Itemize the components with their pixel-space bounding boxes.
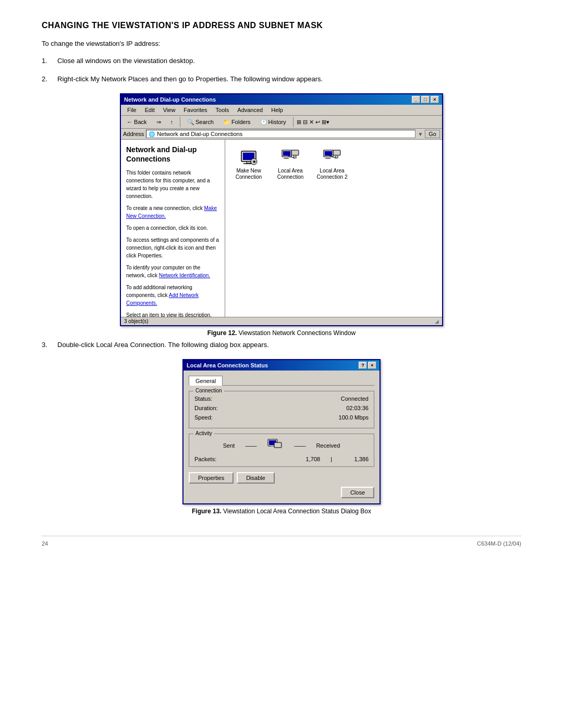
address-label: Address	[123, 131, 144, 137]
duration-row: Duration: 02:03:36	[194, 405, 369, 411]
duration-value: 02:03:36	[346, 405, 369, 411]
dialog-btn-row: Properties Disable	[189, 472, 374, 484]
step-1: 1. Close all windows on the viewstation …	[42, 57, 521, 65]
packets-row: Packets: 1,708 | 1,386	[194, 456, 369, 462]
activity-icon	[267, 438, 284, 453]
page-footer: 24 C634M-D (12/04)	[42, 536, 521, 547]
connection-group-label: Connection	[193, 388, 224, 393]
history-icon: 🕐	[260, 119, 267, 126]
local-area-connection-2-icon[interactable]: Local AreaConnection 2	[314, 145, 350, 182]
network-identification-link[interactable]: Network Identification.	[159, 273, 210, 278]
maximize-button[interactable]: □	[421, 96, 430, 103]
step-2-text: Right-click My Network Places and then g…	[57, 75, 521, 83]
intro-text: To change the viewstation's IP address:	[42, 40, 521, 47]
dialog-title: Local Area Connection Status	[187, 362, 268, 368]
up-button[interactable]: ↑	[167, 117, 177, 127]
back-button[interactable]: ← Back	[123, 117, 151, 127]
status-value: Connected	[341, 396, 369, 402]
address-input[interactable]: 🌐 Network and Dial-up Connections	[146, 130, 415, 138]
history-button[interactable]: 🕐 History	[256, 117, 290, 127]
received-label: Received	[316, 442, 340, 449]
forward-button[interactable]: ⇒	[153, 117, 165, 127]
figure-13-caption-text: Viewstation Local Area Connection Status…	[223, 508, 371, 515]
sent-label: Sent	[223, 442, 235, 449]
local-area-connection-dialog: Local Area Connection Status ? × General…	[182, 359, 381, 504]
address-dropdown-arrow[interactable]: ▼	[418, 131, 423, 137]
menu-edit[interactable]: Edit	[141, 106, 159, 114]
dialog-titlebar: Local Area Connection Status ? ×	[183, 360, 380, 371]
activity-group-label: Activity	[193, 430, 214, 436]
svg-rect-22	[337, 155, 338, 158]
step-1-text: Close all windows on the viewstation des…	[57, 57, 521, 65]
minimize-button[interactable]: _	[412, 96, 420, 103]
go-button[interactable]: Go	[425, 130, 440, 138]
svg-rect-26	[271, 446, 273, 447]
disable-button[interactable]: Disable	[237, 472, 275, 484]
svg-rect-7	[283, 151, 290, 156]
figure-13-caption-prefix: Figure 13.	[192, 508, 222, 515]
sidebar-text-1: This folder contains network connections…	[126, 169, 219, 200]
folders-button[interactable]: 📁 Folders	[219, 117, 254, 127]
titlebar-controls[interactable]: _ □ ×	[412, 96, 439, 103]
menu-advanced[interactable]: Advanced	[233, 106, 267, 114]
connection-group: Connection Status: Connected Duration: 0…	[189, 391, 374, 428]
footer-doc-id: C634M-D (12/04)	[477, 540, 521, 547]
dialog-close-button[interactable]: ×	[368, 362, 376, 369]
local-area-connection-label: Local AreaConnection	[277, 168, 304, 180]
explorer-address-bar: Address 🌐 Network and Dial-up Connection…	[121, 129, 442, 140]
step-3-text: Double-click Local Area Connection. The …	[57, 341, 521, 349]
menu-file[interactable]: File	[123, 106, 141, 114]
svg-rect-13	[295, 155, 297, 158]
explorer-titlebar: Network and Dial-up Connections _ □ ×	[121, 94, 442, 105]
figure-12-caption: Figure 12. Viewstation Network Connectio…	[207, 329, 356, 337]
menu-help[interactable]: Help	[267, 106, 287, 114]
explorer-menubar: File Edit View Favorites Tools Advanced …	[121, 105, 442, 116]
packets-label: Packets:	[194, 456, 216, 462]
search-icon: 🔍	[187, 119, 194, 126]
packets-values: 1,708 | 1,386	[289, 456, 369, 462]
footer-page-num: 24	[42, 540, 48, 547]
properties-button[interactable]: Properties	[189, 472, 234, 484]
step-3: 3. Double-click Local Area Connection. T…	[42, 341, 521, 349]
status-text: 3 object(s)	[124, 318, 149, 324]
local-area-connection-icon[interactable]: Local AreaConnection	[272, 145, 309, 182]
activity-icons-area: Sent —— —— Received	[194, 438, 369, 453]
tab-general[interactable]: General	[189, 376, 223, 386]
svg-rect-16	[325, 151, 332, 156]
make-new-connection-link[interactable]: Make New Connection.	[126, 205, 217, 219]
dialog-controls[interactable]: ? ×	[359, 362, 376, 369]
add-network-components-link[interactable]: Add Network Components.	[126, 292, 199, 306]
folders-icon: 📁	[223, 119, 230, 126]
make-new-connection-icon[interactable]: ★ Make NewConnection	[230, 145, 267, 182]
step-1-num: 1.	[42, 57, 57, 65]
close-dialog-button[interactable]: Close	[341, 487, 374, 498]
figure-13-caption: Figure 13. Viewstation Local Area Connec…	[192, 508, 371, 515]
sidebar-text-2: To create a new connection, click Make N…	[126, 204, 219, 220]
menu-tools[interactable]: Tools	[212, 106, 234, 114]
make-new-connection-label: Make NewConnection	[236, 168, 262, 180]
address-icon: 🌐	[149, 131, 155, 137]
wizard-icon-svg: ★	[238, 147, 259, 168]
menu-view[interactable]: View	[159, 106, 180, 114]
svg-rect-11	[292, 151, 298, 154]
figure-12-caption-text: Viewstation Network Connections Window	[239, 329, 356, 337]
sidebar-title: Network and Dial-up Connections	[126, 145, 219, 164]
speed-label: Speed:	[194, 414, 213, 421]
svg-rect-28	[275, 443, 280, 447]
address-value: Network and Dial-up Connections	[157, 131, 242, 137]
dialog-help-button[interactable]: ?	[359, 362, 367, 369]
toolbar-extra-icons: ⊞ ⊟ ✕ ↩ ⊞▾	[297, 119, 329, 126]
explorer-title: Network and Dial-up Connections	[124, 96, 216, 103]
toolbar-separator-1	[180, 117, 180, 127]
menu-favorites[interactable]: Favorites	[179, 106, 211, 114]
page-title: CHANGING THE VIEWSTATION'S IP ADDRESS AN…	[42, 21, 521, 30]
dialog-body: General Connection Status: Connected Dur…	[183, 371, 380, 503]
status-row: Status: Connected	[194, 396, 369, 402]
figure-12-caption-prefix: Figure 12.	[207, 329, 237, 337]
sidebar-text-4: To access settings and components of a c…	[126, 236, 219, 260]
step-2: 2. Right-click My Network Places and the…	[42, 75, 521, 83]
search-button[interactable]: 🔍 Search	[183, 117, 217, 127]
close-button[interactable]: ×	[431, 96, 439, 103]
step-2-num: 2.	[42, 75, 57, 83]
local-area-connection-2-label: Local AreaConnection 2	[317, 168, 348, 180]
